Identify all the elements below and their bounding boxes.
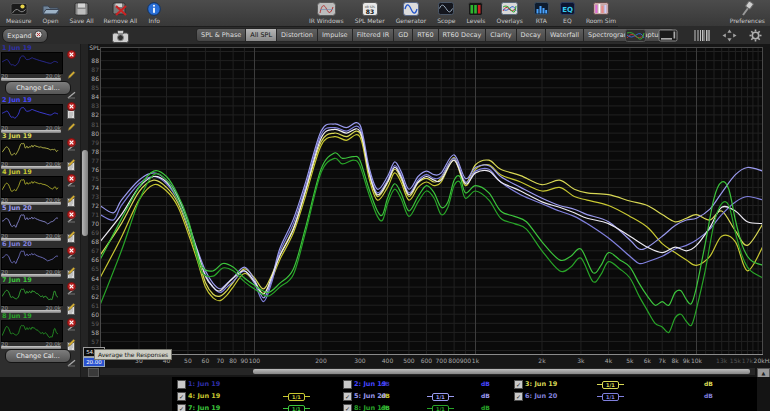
delete-icon[interactable] (67, 168, 76, 187)
measurement-name: 8 Jun 19 (2, 312, 32, 320)
tab-rt60-decay[interactable]: RT60 Decay (439, 28, 487, 42)
x-tick-1k: 1k (462, 357, 488, 364)
measurement-item-1[interactable]: 1 Jun 192020.0k (0, 44, 79, 80)
toolbar-button-scope[interactable]: Scope (434, 0, 458, 27)
y-tick-86: 86 (86, 75, 99, 82)
delete-icon[interactable] (67, 312, 76, 331)
freq-scrollbar-thumb[interactable] (253, 369, 750, 374)
tab-filtered-ir[interactable]: Filtered IR (353, 28, 395, 42)
tab-gd[interactable]: GD (394, 28, 413, 42)
toolbar-button-label: Remove All (104, 17, 138, 24)
y-tick-82: 82 (86, 111, 99, 118)
tab-impulse[interactable]: Impulse (318, 28, 353, 42)
toolbar-button-label: Room Sim (586, 17, 616, 24)
x-tick-3k: 3k (568, 357, 594, 364)
legend-checkbox-3[interactable]: ✓ (514, 380, 523, 389)
tab-all-spl[interactable]: All SPL (246, 28, 277, 42)
measurement-thumbnail[interactable] (1, 104, 63, 126)
measurement-name: 4 Jun 19 (2, 168, 32, 176)
measurement-item-4[interactable]: 4 Jun 192020.0k (0, 168, 79, 204)
toolbar-button-save-all[interactable]: Save All (67, 0, 97, 27)
smoothing-badge-3[interactable]: 1/1 (597, 380, 624, 389)
tab-rt60[interactable]: RT60 (413, 28, 438, 42)
legend-checkbox-5[interactable]: ✓ (343, 392, 352, 401)
y-tick-66: 66 (86, 256, 99, 263)
svg-text:EQ: EQ (562, 6, 573, 14)
measurement-thumbnail[interactable] (1, 52, 63, 74)
y-tick-74: 74 (86, 184, 99, 191)
legend-checkbox-8[interactable]: ✓ (343, 404, 352, 411)
toolbar-button-open[interactable]: Open (39, 0, 63, 27)
scope-icon (438, 1, 454, 16)
y-tick-69: 69 (86, 229, 99, 236)
measurement-thumbnail[interactable] (1, 212, 63, 234)
freq-scrollbar[interactable] (100, 368, 755, 375)
tooltip: Average the Responses (94, 349, 172, 360)
y-tick-57: 57 (86, 338, 99, 345)
toolbar-button-overlays[interactable]: Overlays (493, 0, 525, 27)
legend-checkbox-6[interactable]: ✓ (514, 392, 523, 401)
spl-plot[interactable] (100, 47, 763, 355)
smoothing-badge-5[interactable]: 1/1 (427, 392, 454, 401)
measurement-thumbnail[interactable] (1, 320, 63, 342)
measurement-thumbnail[interactable] (1, 248, 63, 270)
svg-text:83: 83 (365, 8, 373, 15)
toolbar-button-label: Generator (396, 17, 426, 24)
measure-icon (10, 1, 28, 16)
spl-meter-icon: dB SPL83 (362, 1, 378, 16)
delete-icon[interactable] (67, 44, 76, 63)
toolbar-button-spl-meter[interactable]: dB SPL83SPL Meter (352, 0, 388, 27)
tab-clarity[interactable]: Clarity (486, 28, 516, 42)
ir-windows-icon (317, 1, 336, 16)
toolbar-button-generator[interactable]: Generator (393, 0, 429, 27)
smoothing-badge-8[interactable]: 1/1 (427, 404, 454, 411)
x-tick-10k: 10k (683, 357, 709, 364)
toolbar-button-remove-all[interactable]: Remove All (101, 0, 141, 27)
measurement-thumbnail[interactable] (1, 284, 63, 306)
tab-decay[interactable]: Decay (517, 28, 546, 42)
measurement-item-2[interactable]: 2 Jun 192020.0k (0, 96, 79, 132)
smoothing-badge-6[interactable]: 1/1 (597, 392, 624, 401)
toolbar-left-group: MeasureOpenSave AllRemove AllInfo (3, 0, 164, 27)
y-tick-70: 70 (86, 220, 99, 227)
legend-label-4: 4: Jun 19 (188, 392, 220, 400)
smoothing-badge-7[interactable]: 1/1 (283, 404, 310, 411)
delete-icon[interactable] (67, 276, 76, 295)
measurement-item-3[interactable]: 3 Jun 192020.0k (0, 132, 79, 168)
toolbar-button-ir-windows[interactable]: IR Windows (306, 0, 347, 27)
legend-label-3: 3: Jun 19 (525, 380, 557, 388)
measurement-thumbnail[interactable] (1, 140, 63, 162)
legend-label-8: 8: Jun 19 (354, 404, 386, 411)
delete-icon[interactable] (67, 96, 76, 115)
open-icon (42, 1, 60, 16)
legend-checkbox-2[interactable] (343, 380, 352, 389)
measurement-name: 3 Jun 19 (2, 132, 32, 140)
toolbar-button-info[interactable]: Info (144, 0, 164, 27)
measurement-item-5[interactable]: 5 Jun 202020.0k (0, 204, 79, 240)
toolbar-button-rta[interactable]: RTA (531, 0, 552, 27)
smoothing-badge-4[interactable]: 1/1 (283, 392, 310, 401)
generator-icon (403, 1, 419, 16)
tab-spl-phase[interactable]: SPL & Phase (196, 28, 246, 42)
toolbar-button-levels[interactable]: Levels (463, 0, 488, 27)
change-cal-button[interactable]: Change Cal... (5, 81, 71, 95)
tab-waterfall[interactable]: Waterfall (546, 28, 584, 42)
legend-checkbox-7[interactable]: ✓ (177, 404, 186, 411)
measurement-item-6[interactable]: 6 Jun 202020.0k (0, 240, 79, 276)
tab-distortion[interactable]: Distortion (277, 28, 318, 42)
toolbar-button-measure[interactable]: Measure (3, 0, 35, 27)
expand-button[interactable]: Expand (2, 28, 48, 43)
change-cal-button[interactable]: Change Cal... (5, 349, 71, 363)
delete-icon[interactable] (67, 204, 76, 223)
y-tick-76: 76 (86, 166, 99, 173)
measurement-item-8[interactable]: 8 Jun 192020.0k (0, 312, 79, 348)
delete-icon[interactable] (67, 240, 76, 259)
legend-checkbox-1[interactable] (177, 380, 186, 389)
measurement-item-7[interactable]: 7 Jun 192020.0k (0, 276, 79, 312)
delete-icon[interactable] (67, 132, 76, 151)
toolbar-button-preferences[interactable]: Preferences (727, 0, 768, 27)
toolbar-button-room-sim[interactable]: Room Sim (583, 0, 619, 27)
measurement-thumbnail[interactable] (1, 176, 63, 198)
toolbar-button-eq[interactable]: EQEQ (557, 0, 578, 27)
legend-checkbox-4[interactable]: ✓ (177, 392, 186, 401)
